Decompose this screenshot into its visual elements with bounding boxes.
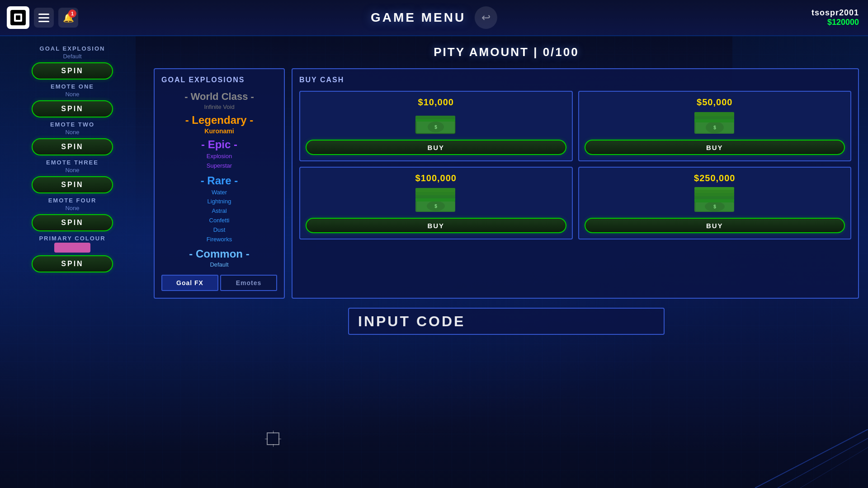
infinite-void-label: Infinite Void <box>161 103 277 110</box>
epic-label: - Epic - <box>161 138 277 151</box>
tab-goal-fx[interactable]: Goal FX <box>161 275 218 291</box>
input-code-wrapper: INPUT CODE <box>348 308 665 335</box>
buy-cash-panel: BUY CASH $10,000 $ <box>292 68 859 299</box>
goal-explosions-panel: GOAL EXPLOSIONS - World Class - Infinite… <box>154 68 285 299</box>
cash-amount-250k: $250,000 <box>694 173 735 183</box>
spin-button-emote-four[interactable]: SPIN <box>32 214 113 231</box>
cash-card-250k: $250,000 $ BUY <box>578 167 852 239</box>
cash-card-10k: $10,000 $ BUY <box>299 91 573 161</box>
emote-one-section: EMOTE ONE None SPIN <box>14 83 131 117</box>
back-arrow-icon[interactable]: ↩ <box>475 6 497 29</box>
emote-four-section: EMOTE FOUR None SPIN <box>14 197 131 231</box>
spin-button-emote-three[interactable]: SPIN <box>32 176 113 193</box>
input-code-label: INPUT CODE <box>358 313 465 330</box>
cash-amount-label: $120000 <box>811 18 859 27</box>
user-info: tsospr2001 $120000 <box>811 8 859 27</box>
primary-colour-label: PRIMARY COLOUR <box>39 235 105 242</box>
emote-three-label: EMOTE THREE <box>46 159 99 166</box>
top-bar: 🔔 1 GAME MENU ↩ tsospr2001 $120000 <box>0 0 868 36</box>
notification-icon[interactable]: 🔔 1 <box>58 8 78 28</box>
spin-button-goal[interactable]: SPIN <box>32 62 113 80</box>
center-panel: PITY AMOUNT | 0/100 GOAL EXPLOSIONS - Wo… <box>145 36 868 488</box>
tab-emotes[interactable]: Emotes <box>220 275 277 291</box>
money-stack-10k: $ <box>413 111 458 136</box>
money-stack-50k: $ <box>692 111 737 136</box>
primary-colour-section: PRIMARY COLOUR SPIN <box>14 235 131 272</box>
svg-text:$: $ <box>434 204 437 209</box>
svg-rect-33 <box>694 187 734 190</box>
cash-card-50k: $50,000 $ BUY <box>578 91 852 161</box>
buy-button-250k[interactable]: BUY <box>585 218 845 233</box>
world-class-label: - World Class - <box>161 91 277 103</box>
input-code-box[interactable]: INPUT CODE <box>348 308 665 335</box>
pity-header: PITY AMOUNT | 0/100 <box>434 45 579 59</box>
epic-items: Explosion Superstar <box>161 152 277 171</box>
cash-amount-50k: $50,000 <box>697 97 732 108</box>
rare-items: WaterLightningAstralConfettiDustFirework… <box>161 188 277 244</box>
goal-explosion-label: GOAL EXPLOSION <box>40 45 105 52</box>
money-stack-250k: $ <box>692 187 737 214</box>
emote-one-value: None <box>65 91 79 98</box>
game-menu-label: GAME MENU <box>371 10 466 25</box>
emote-two-section: EMOTE TWO None SPIN <box>14 121 131 155</box>
cash-card-100k: $100,000 $ BUY <box>299 167 573 239</box>
svg-text:$: $ <box>713 204 716 209</box>
rare-label: - Rare - <box>161 174 277 187</box>
crosshair-icon <box>267 432 279 445</box>
username-label: tsospr2001 <box>811 8 859 18</box>
panel-tabs: Goal FX Emotes <box>161 275 277 291</box>
money-stack-100k: $ <box>413 187 458 214</box>
buy-cash-grid: $10,000 $ BUY <box>299 91 851 239</box>
emote-four-label: EMOTE FOUR <box>48 197 97 204</box>
sidebar: GOAL EXPLOSION Default SPIN EMOTE ONE No… <box>0 36 145 488</box>
svg-rect-16 <box>694 112 734 116</box>
main-content: GOAL EXPLOSION Default SPIN EMOTE ONE No… <box>0 36 868 488</box>
svg-text:$: $ <box>713 125 716 130</box>
goal-explosions-title: GOAL EXPLOSIONS <box>161 76 277 84</box>
buy-button-10k[interactable]: BUY <box>306 140 566 155</box>
notification-badge: 1 <box>68 9 76 18</box>
buy-button-100k[interactable]: BUY <box>306 218 566 233</box>
svg-rect-9 <box>415 116 455 119</box>
legendary-label: - Legendary - <box>161 114 277 127</box>
emote-three-section: EMOTE THREE None SPIN <box>14 159 131 193</box>
emote-three-value: None <box>65 167 79 174</box>
svg-text:$: $ <box>434 125 437 130</box>
svg-rect-24 <box>415 188 455 192</box>
game-menu-title-area: GAME MENU ↩ <box>371 6 497 29</box>
buy-cash-title: BUY CASH <box>299 76 851 84</box>
explosion-label: Explosion <box>207 153 232 160</box>
goal-explosion-value: Default <box>63 53 81 60</box>
primary-colour-preview[interactable] <box>54 243 90 253</box>
kuronami-label: Kuronami <box>161 127 277 135</box>
spin-button-emote-two[interactable]: SPIN <box>32 138 113 155</box>
spin-button-emote-one[interactable]: SPIN <box>32 100 113 117</box>
emote-two-label: EMOTE TWO <box>50 121 94 128</box>
spin-button-colour[interactable]: SPIN <box>32 255 113 272</box>
superstar-label: Superstar <box>207 162 232 169</box>
emote-two-value: None <box>65 129 79 136</box>
cash-amount-100k: $100,000 <box>415 173 457 183</box>
emote-one-label: EMOTE ONE <box>51 83 94 90</box>
buy-button-50k[interactable]: BUY <box>585 140 845 155</box>
common-label: - Common - <box>161 248 277 260</box>
panels-row: GOAL EXPLOSIONS - World Class - Infinite… <box>154 68 859 299</box>
cash-amount-10k: $10,000 <box>418 97 454 108</box>
top-bar-left: 🔔 1 <box>0 6 78 29</box>
emote-four-value: None <box>65 205 79 211</box>
common-default-label: Default <box>161 261 277 268</box>
hamburger-menu-icon[interactable] <box>34 8 54 28</box>
roblox-icon[interactable] <box>7 6 29 29</box>
goal-explosion-section: GOAL EXPLOSION Default SPIN <box>14 45 131 80</box>
svg-rect-2 <box>16 15 20 20</box>
